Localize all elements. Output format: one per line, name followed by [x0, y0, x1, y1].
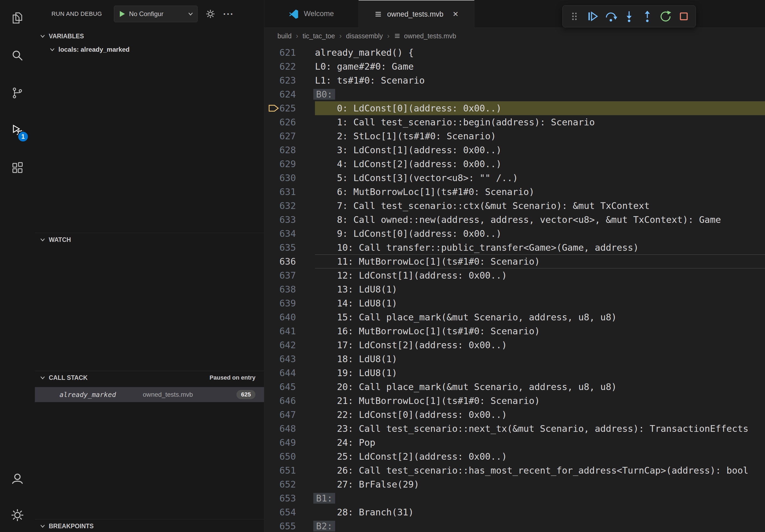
start-debug-icon[interactable]: [118, 10, 126, 18]
code-line[interactable]: 632 7: Call test_scenario::ctx(&mut Scen…: [264, 199, 765, 213]
code-line[interactable]: 621already_marked() {: [264, 46, 765, 60]
code-gutter[interactable]: 625: [264, 101, 315, 115]
line-number[interactable]: 639: [280, 296, 296, 310]
run-and-debug-button[interactable]: 1: [10, 124, 24, 138]
line-number[interactable]: 623: [280, 73, 296, 87]
code-line[interactable]: 626 1: Call test_scenario::begin(address…: [264, 115, 765, 129]
code-text[interactable]: 20: Call place_mark(&mut Scenario, addre…: [315, 380, 765, 394]
line-number[interactable]: 625: [280, 101, 296, 115]
code-text[interactable]: 11: MutBorrowLoc[1](ts#1#0: Scenario): [315, 254, 765, 268]
more-actions-icon[interactable]: ···: [223, 11, 234, 17]
code-line[interactable]: 624B0:: [264, 87, 765, 101]
code-gutter[interactable]: 622: [264, 60, 315, 73]
code-text[interactable]: 2: StLoc[1](ts#1#0: Scenario): [315, 129, 765, 143]
code-gutter[interactable]: 655: [264, 519, 315, 532]
line-number[interactable]: 624: [280, 87, 296, 101]
stop-button[interactable]: [676, 9, 691, 24]
code-gutter[interactable]: 642: [264, 338, 315, 352]
code-line[interactable]: 625 0: LdConst[0](address: 0x00..): [264, 101, 765, 115]
step-over-button[interactable]: [603, 9, 618, 24]
explorer-button[interactable]: [10, 12, 24, 25]
extensions-button[interactable]: [10, 161, 24, 175]
code-gutter[interactable]: 627: [264, 129, 315, 143]
code-text[interactable]: 18: LdU8(1): [315, 352, 765, 366]
code-text[interactable]: 21: MutBorrowLoc[1](ts#1#0: Scenario): [315, 394, 765, 408]
code-line[interactable]: 648 23: Call test_scenario::next_tx(&mut…: [264, 421, 765, 435]
line-number[interactable]: 631: [280, 185, 296, 199]
breakpoints-header[interactable]: BREAKPOINTS: [35, 519, 264, 532]
line-number[interactable]: 637: [280, 268, 296, 282]
line-number[interactable]: 632: [280, 199, 296, 213]
line-number[interactable]: 652: [280, 477, 296, 491]
code-line[interactable]: 655B2:: [264, 519, 765, 532]
code-text[interactable]: 12: LdConst[1](address: 0x00..): [315, 268, 765, 282]
line-number[interactable]: 627: [280, 129, 296, 143]
restart-button[interactable]: [658, 9, 673, 24]
code-text[interactable]: L0: game#2#0: Game: [315, 60, 765, 73]
line-number[interactable]: 641: [280, 324, 296, 338]
code-line[interactable]: 623L1: ts#1#0: Scenario: [264, 73, 765, 87]
line-number[interactable]: 654: [280, 505, 296, 519]
code-text[interactable]: 8: Call owned::new(address, address, vec…: [315, 213, 765, 227]
code-gutter[interactable]: 621: [264, 46, 315, 60]
line-number[interactable]: 648: [280, 421, 296, 435]
code-line[interactable]: 644 19: LdU8(1): [264, 366, 765, 380]
line-number[interactable]: 651: [280, 463, 296, 477]
code-editor[interactable]: 621already_marked() {622L0: game#2#0: Ga…: [264, 44, 765, 532]
line-number[interactable]: 655: [280, 519, 296, 532]
line-number[interactable]: 642: [280, 338, 296, 352]
code-text[interactable]: 6: MutBorrowLoc[1](ts#1#0: Scenario): [315, 185, 765, 199]
code-text[interactable]: 26: Call test_scenario::has_most_recent_…: [315, 463, 765, 477]
code-line[interactable]: 639 14: LdU8(1): [264, 296, 765, 310]
code-line[interactable]: 633 8: Call owned::new(address, address,…: [264, 213, 765, 227]
code-text[interactable]: 23: Call test_scenario::next_tx(&mut Sce…: [315, 421, 765, 435]
code-line[interactable]: 643 18: LdU8(1): [264, 352, 765, 366]
code-line[interactable]: 629 4: LdConst[2](address: 0x00..): [264, 157, 765, 171]
accounts-button[interactable]: [10, 472, 24, 486]
breadcrumb-item[interactable]: disassembly: [346, 32, 383, 40]
line-number[interactable]: 636: [280, 254, 296, 268]
code-line[interactable]: 654 28: Branch(31): [264, 505, 765, 519]
code-gutter[interactable]: 648: [264, 421, 315, 435]
code-line[interactable]: 627 2: StLoc[1](ts#1#0: Scenario): [264, 129, 765, 143]
code-text[interactable]: B0:: [315, 87, 765, 101]
code-line[interactable]: 630 5: LdConst[3](vector<u8>: "" /..): [264, 171, 765, 185]
code-text[interactable]: 16: MutBorrowLoc[1](ts#1#0: Scenario): [315, 324, 765, 338]
code-gutter[interactable]: 637: [264, 268, 315, 282]
code-text[interactable]: 15: Call place_mark(&mut Scenario, addre…: [315, 310, 765, 324]
code-line[interactable]: 636 11: MutBorrowLoc[1](ts#1#0: Scenario…: [264, 254, 765, 268]
code-line[interactable]: 641 16: MutBorrowLoc[1](ts#1#0: Scenario…: [264, 324, 765, 338]
code-line[interactable]: 645 20: Call place_mark(&mut Scenario, a…: [264, 380, 765, 394]
code-text[interactable]: 28: Branch(31): [315, 505, 765, 519]
line-number[interactable]: 643: [280, 352, 296, 366]
code-gutter[interactable]: 649: [264, 435, 315, 449]
code-text[interactable]: 22: LdConst[0](address: 0x00..): [315, 408, 765, 421]
code-text[interactable]: 19: LdU8(1): [315, 366, 765, 380]
code-text[interactable]: L1: ts#1#0: Scenario: [315, 73, 765, 87]
code-line[interactable]: 652 27: BrFalse(29): [264, 477, 765, 491]
code-gutter[interactable]: 644: [264, 366, 315, 380]
line-number[interactable]: 647: [280, 408, 296, 421]
code-line[interactable]: 651 26: Call test_scenario::has_most_rec…: [264, 463, 765, 477]
code-line[interactable]: 622L0: game#2#0: Game: [264, 60, 765, 73]
code-line[interactable]: 640 15: Call place_mark(&mut Scenario, a…: [264, 310, 765, 324]
line-number[interactable]: 650: [280, 449, 296, 463]
code-line[interactable]: 628 3: LdConst[1](address: 0x00..): [264, 143, 765, 157]
code-gutter[interactable]: 646: [264, 394, 315, 408]
code-gutter[interactable]: 635: [264, 241, 315, 254]
line-number[interactable]: 622: [280, 60, 296, 73]
code-line[interactable]: 634 9: LdConst[0](address: 0x00..): [264, 227, 765, 241]
code-text[interactable]: already_marked() {: [315, 46, 765, 60]
variables-header[interactable]: VARIABLES: [35, 30, 264, 43]
breadcrumb-item[interactable]: tic_tac_toe: [303, 32, 335, 40]
code-text[interactable]: 7: Call test_scenario::ctx(&mut Scenario…: [315, 199, 765, 213]
watch-header[interactable]: WATCH: [35, 233, 264, 246]
close-icon[interactable]: ✕: [452, 10, 458, 19]
code-gutter[interactable]: 631: [264, 185, 315, 199]
code-gutter[interactable]: 650: [264, 449, 315, 463]
line-number[interactable]: 644: [280, 366, 296, 380]
step-into-button[interactable]: [622, 9, 637, 24]
tab-owned-tests[interactable]: owned_tests.mvb ✕: [359, 0, 474, 28]
code-line[interactable]: 635 10: Call transfer::public_transfer<G…: [264, 241, 765, 254]
code-text[interactable]: 0: LdConst[0](address: 0x00..): [315, 101, 765, 115]
